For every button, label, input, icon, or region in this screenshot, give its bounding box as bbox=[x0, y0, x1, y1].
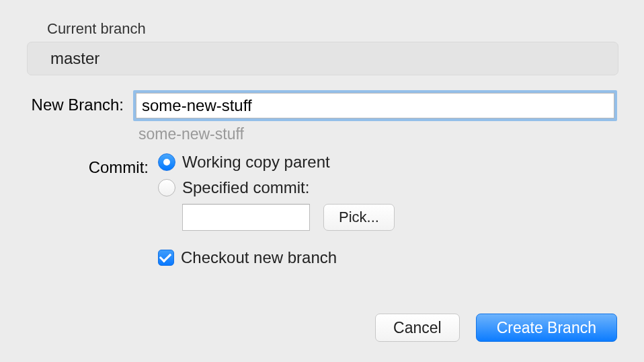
cancel-button[interactable]: Cancel bbox=[375, 314, 460, 342]
new-branch-hint: some-new-stuff bbox=[138, 125, 617, 143]
create-branch-button[interactable]: Create Branch bbox=[476, 314, 617, 342]
checkout-new-branch-checkbox[interactable] bbox=[158, 250, 174, 266]
current-branch-value: master bbox=[50, 49, 99, 68]
new-branch-label: New Branch: bbox=[27, 90, 133, 114]
commit-label: Commit: bbox=[27, 153, 158, 177]
dialog-button-bar: Cancel Create Branch bbox=[375, 314, 617, 342]
radio-specified-commit[interactable] bbox=[158, 179, 175, 196]
radio-working-copy-parent-label: Working copy parent bbox=[182, 153, 330, 172]
radio-working-copy-parent[interactable] bbox=[158, 153, 175, 171]
pick-commit-button[interactable]: Pick... bbox=[323, 204, 395, 231]
new-branch-input[interactable] bbox=[136, 93, 614, 118]
checkout-new-branch-label: Checkout new branch bbox=[181, 248, 337, 267]
create-branch-dialog: Current branch master New Branch: some-n… bbox=[0, 0, 644, 362]
radio-specified-commit-label: Specified commit: bbox=[182, 178, 309, 197]
current-branch-label: Current branch bbox=[47, 20, 617, 38]
current-branch-field: master bbox=[27, 42, 618, 75]
specified-commit-input[interactable] bbox=[182, 204, 310, 231]
new-branch-focus-ring bbox=[133, 90, 617, 121]
